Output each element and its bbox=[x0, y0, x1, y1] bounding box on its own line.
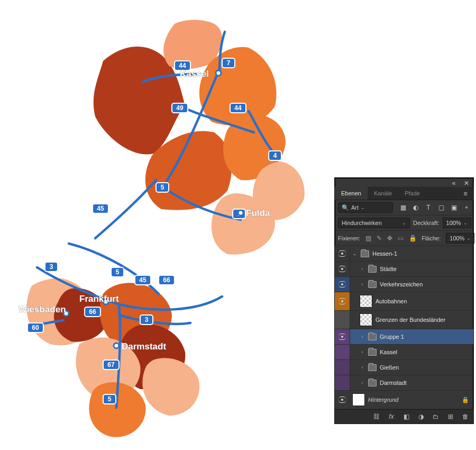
visibility-toggle[interactable] bbox=[335, 311, 350, 329]
link-layers-icon[interactable]: ⛓ bbox=[373, 413, 380, 420]
filter-shape-icon[interactable]: ▢ bbox=[437, 204, 445, 211]
layer-kind-select[interactable]: 🔍 Art ⌄ bbox=[338, 202, 393, 213]
blend-mode-value: Hindurchwirken bbox=[342, 220, 382, 226]
layer-highways[interactable]: Autobahnen bbox=[335, 292, 473, 311]
visibility-toggle[interactable] bbox=[335, 329, 350, 344]
sign-3a: 3 bbox=[45, 262, 58, 272]
filter-pixel-icon[interactable]: ▦ bbox=[399, 204, 407, 211]
opacity-value: 100% bbox=[446, 220, 461, 226]
twirl-closed-icon[interactable]: › bbox=[360, 266, 365, 272]
sign-45b: 45 bbox=[135, 275, 151, 285]
sign-7: 7 bbox=[222, 58, 235, 68]
folder-icon bbox=[368, 349, 377, 356]
fx-icon[interactable]: fx bbox=[388, 413, 395, 420]
panel-collapse-icon[interactable]: « bbox=[450, 179, 457, 187]
mask-icon[interactable]: ◧ bbox=[402, 413, 410, 420]
filter-smart-icon[interactable]: ▣ bbox=[450, 204, 457, 211]
visibility-toggle[interactable] bbox=[335, 292, 350, 310]
new-layer-icon[interactable]: ⊞ bbox=[447, 413, 454, 420]
layer-background[interactable]: Hintergrund🔒 bbox=[335, 391, 473, 409]
svg-text:7: 7 bbox=[227, 59, 231, 67]
sign-5b: 5 bbox=[111, 267, 124, 277]
visibility-toggle[interactable] bbox=[335, 277, 350, 292]
layer-signs[interactable]: ›Verkehrszeichen bbox=[335, 277, 473, 292]
sign-4: 4 bbox=[269, 151, 281, 160]
panel-close-icon[interactable]: ✕ bbox=[463, 179, 470, 187]
panel-menu-icon[interactable]: ≡ bbox=[462, 187, 473, 197]
svg-text:5: 5 bbox=[116, 268, 120, 276]
adjustment-icon[interactable]: ◑ bbox=[417, 413, 425, 420]
sign-5c: 5 bbox=[103, 394, 116, 404]
eye-icon bbox=[338, 281, 346, 287]
layer-name: Hessen-1 bbox=[372, 250, 397, 257]
layer-giessen[interactable]: ›Gießen bbox=[335, 360, 473, 375]
delete-layer-icon[interactable]: 🗑 bbox=[462, 413, 469, 420]
folder-icon bbox=[361, 250, 369, 257]
filter-dot-icon[interactable]: • bbox=[463, 204, 470, 211]
fill-label: Fläche: bbox=[422, 235, 441, 241]
tab-paths[interactable]: Pfade bbox=[398, 187, 426, 200]
layer-name: Grenzen der Bundesländer bbox=[376, 317, 445, 323]
sign-60: 60 bbox=[28, 323, 43, 332]
lock-all-icon[interactable]: 🔒 bbox=[409, 235, 416, 242]
svg-text:66: 66 bbox=[89, 308, 96, 316]
chevron-down-icon: ⌄ bbox=[466, 236, 471, 241]
layer-group1[interactable]: ›Gruppe 1 bbox=[335, 329, 473, 345]
lock-artboard-icon[interactable]: ▭ bbox=[398, 235, 404, 242]
lock-position-icon[interactable]: ✥ bbox=[387, 235, 392, 242]
layer-name: Darmstadt bbox=[380, 380, 407, 386]
svg-text:4: 4 bbox=[273, 152, 277, 159]
folder-icon bbox=[368, 266, 377, 273]
sign-67: 67 bbox=[103, 360, 119, 370]
layer-kassel[interactable]: ›Kassel bbox=[335, 345, 473, 360]
layer-kind-value: Art bbox=[351, 204, 359, 211]
opacity-input[interactable]: 100% ⌄ bbox=[443, 218, 471, 228]
panel-tabs: Ebenen Kanäle Pfade ≡ bbox=[335, 187, 473, 200]
tab-layers[interactable]: Ebenen bbox=[335, 187, 368, 200]
city-label-wiesbaden: Wiesbaden bbox=[19, 304, 66, 314]
city-label-frankfurt: Frankfurt bbox=[79, 294, 119, 304]
folder-icon bbox=[368, 334, 377, 340]
chevron-down-icon: ⌄ bbox=[463, 220, 468, 226]
fill-input[interactable]: 100% ⌄ bbox=[446, 233, 474, 244]
twirl-closed-icon[interactable]: › bbox=[360, 380, 365, 385]
blend-mode-select[interactable]: Hindurchwirken ⌄ bbox=[338, 218, 410, 228]
visibility-toggle[interactable] bbox=[335, 360, 350, 375]
svg-text:5: 5 bbox=[161, 184, 164, 191]
tab-channels[interactable]: Kanäle bbox=[368, 187, 398, 200]
layer-name: Verkehrszeichen bbox=[380, 281, 423, 287]
new-group-icon[interactable]: 🗀 bbox=[432, 413, 440, 420]
search-icon: 🔍 bbox=[342, 204, 349, 211]
twirl-open-icon[interactable]: ⌄ bbox=[352, 251, 358, 256]
layer-darmstadt[interactable]: ›Darmstadt bbox=[335, 375, 473, 391]
sign-66a: 66 bbox=[159, 275, 175, 285]
folder-icon bbox=[368, 281, 377, 288]
visibility-toggle[interactable] bbox=[335, 262, 350, 276]
sign-49: 49 bbox=[172, 103, 188, 113]
svg-text:44: 44 bbox=[179, 62, 186, 69]
svg-text:44: 44 bbox=[234, 104, 242, 112]
lock-paint-icon[interactable]: ✎ bbox=[377, 235, 382, 242]
chevron-down-icon: ⌄ bbox=[361, 205, 365, 210]
layer-borders[interactable]: Grenzen der Bundesländer bbox=[335, 311, 473, 329]
layer-cities[interactable]: ›Städte bbox=[335, 262, 473, 277]
lock-transparency-icon[interactable]: ▧ bbox=[365, 235, 371, 242]
sign-66b: 66 bbox=[85, 307, 100, 317]
sign-45a: 45 bbox=[93, 204, 108, 213]
visibility-toggle[interactable] bbox=[335, 345, 350, 359]
twirl-closed-icon[interactable]: › bbox=[360, 349, 365, 355]
twirl-closed-icon[interactable]: › bbox=[360, 365, 365, 370]
visibility-toggle[interactable] bbox=[335, 391, 350, 409]
svg-text:3: 3 bbox=[50, 263, 53, 271]
twirl-closed-icon[interactable]: › bbox=[360, 334, 365, 339]
eye-icon bbox=[338, 266, 346, 272]
filter-type-icon[interactable]: T bbox=[425, 204, 432, 211]
lock-label: Fixieren: bbox=[338, 235, 360, 241]
visibility-toggle[interactable] bbox=[335, 375, 350, 390]
lock-icon: 🔒 bbox=[462, 397, 469, 403]
visibility-toggle[interactable] bbox=[335, 246, 350, 261]
svg-text:66: 66 bbox=[163, 276, 170, 284]
filter-adjust-icon[interactable]: ◐ bbox=[412, 204, 419, 211]
twirl-closed-icon[interactable]: › bbox=[360, 282, 365, 287]
layer-root[interactable]: ⌄Hessen-1 bbox=[335, 246, 473, 262]
